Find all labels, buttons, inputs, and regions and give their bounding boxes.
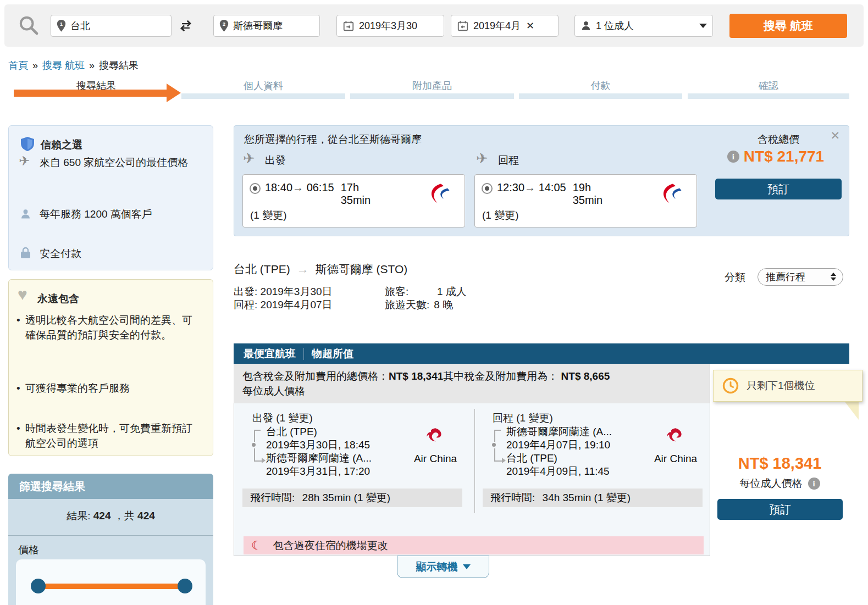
column-divider [474, 409, 475, 513]
book-flight-button[interactable]: 預訂 [717, 499, 843, 520]
return-selected-flight[interactable]: 12:30→ 14:05 19h 35min (1 變更) [474, 174, 697, 227]
passengers-label: 旅客: [385, 285, 437, 299]
outbound-duration: 17h 35min [341, 181, 371, 207]
price-slider-handle-max[interactable] [178, 579, 192, 593]
step-bar [350, 93, 514, 99]
card-price-caption: 每位成人價格 [740, 476, 803, 491]
trust-box: 信賴之選 ✈ 來自 650 家航空公司的最佳價格 每年服務 1200 萬個客戶 … [8, 125, 213, 270]
return-label: 回程: [234, 299, 257, 310]
filter-panel-title: 篩選搜尋結果 [8, 474, 213, 499]
search-icon [18, 14, 40, 36]
tooltip-tail [844, 401, 859, 420]
arr-time: 06:15 [307, 181, 334, 193]
from-city: 斯德哥爾摩阿蘭達 (A... [506, 425, 612, 439]
info-icon[interactable]: i [727, 151, 739, 163]
benefit-item: 時間表發生變化時，可免費重新預訂航空公司的選項 [25, 421, 202, 451]
outbound-leg-details: 台北 (TPE) 2019年3月30日, 18:45 斯德哥爾摩阿蘭達 (A..… [266, 425, 372, 478]
svg-text:2: 2 [223, 21, 225, 27]
flight-result-card: 最便宜航班 物超所值 包含稅金及附加費用的總價格：NT$ 18,341其中稅金及… [234, 343, 849, 556]
chevron-down-icon [699, 24, 707, 28]
tab-best-value[interactable]: 物超所值 [312, 347, 353, 361]
duration-label: 飛行時間: [250, 492, 295, 503]
depart-date-input[interactable]: 2019年3月30 [336, 15, 444, 37]
nights-value: 8 晚 [434, 298, 453, 312]
results-count: 結果: 424 ，共 424 [8, 509, 213, 523]
depart-label: 出發: [234, 286, 257, 297]
show-transfers-button[interactable]: 顯示轉機 [397, 556, 489, 578]
radio-selected-icon[interactable] [250, 183, 261, 194]
outbound-label: 出發 [265, 153, 286, 168]
passengers-select[interactable]: 1 位成人 [574, 15, 713, 37]
breadcrumb-separator: » [89, 60, 95, 71]
search-flights-button[interactable]: 搜尋 航班 [729, 14, 847, 38]
results-separator: ，共 [114, 510, 135, 521]
route-heading: 台北 (TPE) → 斯德哥爾摩 (STO) [234, 262, 407, 277]
progress-arrow [14, 90, 167, 97]
swap-icon[interactable] [177, 18, 195, 34]
return-date-input[interactable]: 2019年4月 ✕ [451, 15, 559, 37]
arrow-right-icon: → [297, 262, 309, 276]
price-slider-handle-min[interactable] [31, 579, 46, 593]
card-price-value: NT$ 18,341 [710, 454, 849, 473]
pin-1-icon: 1 [57, 20, 66, 32]
close-icon[interactable]: ✕ [830, 129, 840, 142]
route-timeline [254, 430, 261, 442]
price-slider-track[interactable] [37, 584, 185, 589]
radio-selected-icon[interactable] [482, 183, 493, 194]
depart-value: 2019年3月30日 [261, 286, 333, 297]
book-selected-button[interactable]: 預訂 [715, 179, 842, 199]
always-included-box: ♥ 永遠包含 透明比較各大航空公司間的差異、可確保品質的預訂與安全的付款。 可獲… [8, 279, 213, 456]
breadcrumb: 首頁 » 搜尋 航班 » 搜尋結果 [8, 59, 139, 72]
plane-icon: ✈ [476, 150, 488, 167]
seats-left-tooltip: 只剩下1個機位 [713, 370, 863, 402]
shield-icon [21, 137, 34, 151]
air-china-logo [664, 426, 687, 449]
benefit-item: 可獲得專業的客戶服務 [25, 381, 202, 396]
destination-value: 斯德哥爾摩 [233, 19, 314, 32]
to-datetime: 2019年4月09日, 11:45 [506, 465, 612, 478]
breadcrumb-home-link[interactable]: 首頁 [8, 59, 28, 72]
destination-input[interactable]: 2 斯德哥爾摩 [213, 15, 320, 37]
route-to: 斯德哥爾摩 (STO) [316, 262, 408, 277]
depart-date-summary: 出發: 2019年3月30日 [234, 285, 385, 299]
pin-2-icon: 2 [219, 20, 229, 32]
return-date-value: 2019年4月 [473, 19, 521, 32]
always-box-title: 永遠包含 [37, 292, 79, 306]
origin-input[interactable]: 1 台北 [51, 15, 172, 37]
leg-header-changes: (1 變更) [276, 412, 313, 424]
trust-item: 來自 650 家航空公司的最佳價格 [40, 156, 204, 170]
leg-header-changes: (1 變更) [516, 412, 553, 424]
step-addons: 附加產品 [350, 79, 514, 92]
plane-icon: ✈ [19, 153, 30, 169]
leg-header-label: 出發 [252, 412, 273, 424]
route-timeline-dot [492, 443, 496, 447]
price-filter-label: 價格 [18, 543, 39, 557]
breadcrumb-search-link[interactable]: 搜尋 航班 [42, 59, 85, 72]
calendar-return-icon [457, 20, 469, 32]
return-leg-details: 斯德哥爾摩阿蘭達 (A... 2019年4月07日, 19:10 台北 (TPE… [506, 425, 612, 478]
route-timeline-arrow-icon [262, 458, 266, 463]
arrow-right-icon: → [524, 181, 535, 193]
sort-select[interactable]: 推薦行程 [758, 268, 843, 286]
outbound-times: 18:40→ 06:15 [265, 181, 334, 194]
heart-icon: ♥ [18, 285, 27, 304]
from-datetime: 2019年4月07日, 19:10 [506, 439, 612, 452]
outbound-selected-flight[interactable]: 18:40→ 06:15 17h 35min (1 變更) [242, 174, 465, 227]
dep-time: 12:30 [497, 181, 524, 193]
china-eastern-logo [656, 181, 690, 206]
passengers-value: 1 位成人 [596, 19, 695, 32]
seats-left-text: 只剩下1個機位 [747, 379, 815, 393]
clock-icon [722, 378, 739, 394]
route-return-line: 回程: 2019年4月07日 旅遊天數: 8 晚 [234, 298, 453, 312]
per-adult-text: 每位成人價格 [242, 385, 305, 397]
route-timeline [494, 430, 501, 442]
total-price-value: NT$ 21,771 [744, 148, 824, 165]
info-icon[interactable]: i [808, 478, 820, 490]
trust-item: 每年服務 1200 萬個客戶 [40, 207, 204, 221]
total-price-row: i NT$ 21,771 [707, 148, 844, 165]
clear-return-date-icon[interactable]: ✕ [526, 20, 534, 32]
tab-cheapest[interactable]: 最便宜航班 [244, 347, 296, 361]
passengers-value: 1 成人 [437, 285, 467, 299]
moon-icon: ☾ [251, 539, 262, 553]
step-payment: 付款 [519, 79, 682, 92]
